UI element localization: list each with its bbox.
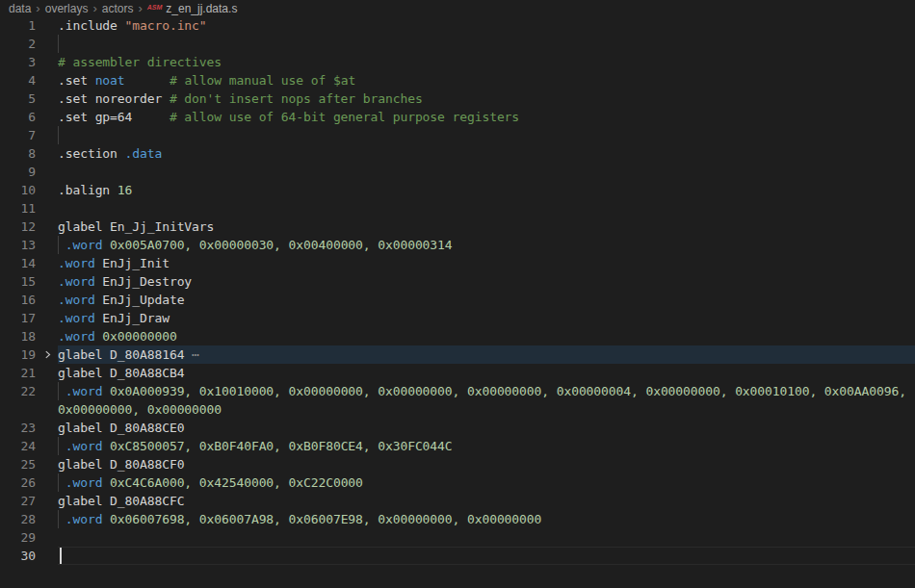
code-line: 13 .word 0x005A0700, 0x00000030, 0x00400… (0, 236, 915, 254)
code-token: EnJj_Destroy (95, 274, 192, 289)
code-token: .section (58, 146, 125, 161)
gutter: 5 (0, 89, 58, 108)
gutter: 25 (0, 455, 58, 473)
code-line-text[interactable]: .word 0xC8500057, 0xB0F40FA0, 0xB0F80CE4… (58, 437, 915, 455)
code-token (125, 73, 170, 88)
code-token: EnJj_Draw (95, 311, 170, 325)
gutter: 10 (0, 181, 58, 199)
code-line-text[interactable] (58, 35, 915, 53)
code-line-text[interactable]: .set noreorder # don't insert nops after… (58, 89, 915, 108)
indent-guide (58, 35, 59, 53)
code-line-text[interactable]: .word 0xC4C6A000, 0x42540000, 0xC22C0000 (58, 473, 915, 492)
code-line: 0x00000000, 0x00000000 (0, 400, 915, 419)
code-line: 23glabel D_80A88CE0 (0, 419, 915, 437)
breadcrumb-filename[interactable]: z_en_jj.data.s (166, 2, 237, 15)
gutter: 16 (0, 291, 58, 309)
code-token: .word (58, 311, 95, 325)
code-line-text[interactable] (58, 547, 915, 565)
code-line-text[interactable] (58, 126, 915, 144)
code-line: 29 (0, 528, 915, 547)
code-token: 0x0A000939, 0x10010000, 0x00000000, 0x00… (102, 384, 905, 398)
code-line-text[interactable]: .balign 16 (58, 181, 915, 199)
code-token: EnJj_Init (95, 256, 170, 270)
line-number: 11 (0, 199, 36, 217)
code-token: .word (65, 439, 103, 453)
fold-chevron-icon[interactable] (42, 349, 53, 360)
code-line-text[interactable]: .word 0x005A0700, 0x00000030, 0x00400000… (58, 236, 915, 254)
line-number: 27 (0, 492, 36, 510)
gutter: 12 (0, 217, 58, 236)
code-token: glabel D_80A88CFC (58, 494, 184, 508)
folded-code-line-text[interactable]: glabel D_80A88164 ⋯ (58, 345, 915, 364)
code-token: glabel D_80A88CF0 (58, 457, 184, 472)
breadcrumb-item-overlays[interactable]: overlays (45, 2, 89, 15)
code-line-text[interactable] (58, 528, 915, 547)
line-number: 24 (0, 437, 36, 455)
code-line-text[interactable]: .word EnJj_Update (58, 291, 915, 309)
gutter: 6 (0, 108, 58, 126)
code-line-text[interactable]: 0x00000000, 0x00000000 (58, 400, 915, 419)
gutter: 29 (0, 528, 58, 547)
code-line-text[interactable]: glabel D_80A88CF0 (58, 455, 915, 473)
code-token: .word (58, 329, 95, 344)
code-token: 0x06007698, 0x06007A98, 0x06007E98, 0x00… (102, 512, 541, 526)
code-editor[interactable]: 1.include "macro.inc"23# assembler direc… (0, 16, 915, 565)
code-token: glabel D_80A88164 (58, 347, 192, 362)
code-token: .data (125, 146, 163, 161)
code-token: noat (95, 73, 125, 88)
line-number: 15 (0, 272, 36, 291)
code-token: .set noreorder (58, 91, 170, 106)
code-line-text[interactable]: .word EnJj_Destroy (58, 272, 915, 291)
line-number: 3 (0, 53, 36, 71)
code-line-text[interactable]: .section .data (58, 144, 915, 163)
code-token: 0x00000000 (95, 329, 177, 344)
indent-guide (58, 382, 59, 400)
code-token: 0x00000000, 0x00000000 (58, 402, 222, 417)
code-line: 6.set gp=64 # allow use of 64-bit genera… (0, 108, 915, 126)
code-line-text[interactable]: glabel D_80A88CE0 (58, 419, 915, 437)
gutter: 23 (0, 419, 58, 437)
breadcrumb-item-actors[interactable]: actors (102, 2, 134, 15)
gutter: 7 (0, 126, 58, 144)
text-cursor (60, 548, 62, 564)
code-token: # allow manual use of $at (170, 73, 355, 88)
code-line-text[interactable]: .set gp=64 # allow use of 64-bit general… (58, 108, 915, 126)
line-number: 21 (0, 364, 36, 382)
line-number: 18 (0, 327, 36, 345)
code-line-text[interactable]: .word EnJj_Draw (58, 309, 915, 327)
code-token: .word (65, 475, 103, 490)
gutter: 1 (0, 16, 58, 35)
gutter: 14 (0, 254, 58, 272)
code-line-text[interactable]: .include "macro.inc" (58, 16, 915, 35)
code-line-text[interactable]: .word EnJj_Init (58, 254, 915, 272)
code-line-text[interactable]: glabel En_Jj_InitVars (58, 217, 915, 236)
gutter: 13 (0, 236, 58, 254)
line-number: 4 (0, 71, 36, 89)
code-line: 5.set noreorder # don't insert nops afte… (0, 89, 915, 108)
line-number: 9 (0, 163, 36, 181)
code-token: .word (58, 293, 95, 307)
code-line: 19glabel D_80A88164 ⋯ (0, 345, 915, 364)
code-token: .set gp=64 (58, 110, 170, 124)
indent-guide (58, 510, 59, 528)
code-line-text[interactable] (58, 163, 915, 181)
code-token: .word (65, 238, 103, 252)
code-line: 26 .word 0xC4C6A000, 0x42540000, 0xC22C0… (0, 473, 915, 492)
code-line-text[interactable]: .word 0x00000000 (58, 327, 915, 345)
code-line-text[interactable]: .word 0x06007698, 0x06007A98, 0x06007E98… (58, 510, 915, 528)
code-line-text[interactable]: .word 0x0A000939, 0x10010000, 0x00000000… (58, 382, 915, 400)
code-line: 22 .word 0x0A000939, 0x10010000, 0x00000… (0, 382, 915, 400)
line-number: 5 (0, 89, 36, 108)
code-line-text[interactable]: glabel D_80A88CB4 (58, 364, 915, 382)
gutter: 30 (0, 547, 58, 565)
code-line-text[interactable] (58, 199, 915, 217)
code-token (58, 384, 65, 398)
code-line: 27glabel D_80A88CFC (0, 492, 915, 510)
code-line: 9 (0, 163, 915, 181)
code-line-text[interactable]: .set noat # allow manual use of $at (58, 71, 915, 89)
gutter (0, 400, 58, 419)
breadcrumb-item-data[interactable]: data (9, 2, 31, 15)
code-token: 0xC8500057, 0xB0F40FA0, 0xB0F80CE4, 0x30… (102, 439, 452, 453)
code-line-text[interactable]: # assembler directives (58, 53, 915, 71)
code-line-text[interactable]: glabel D_80A88CFC (58, 492, 915, 510)
